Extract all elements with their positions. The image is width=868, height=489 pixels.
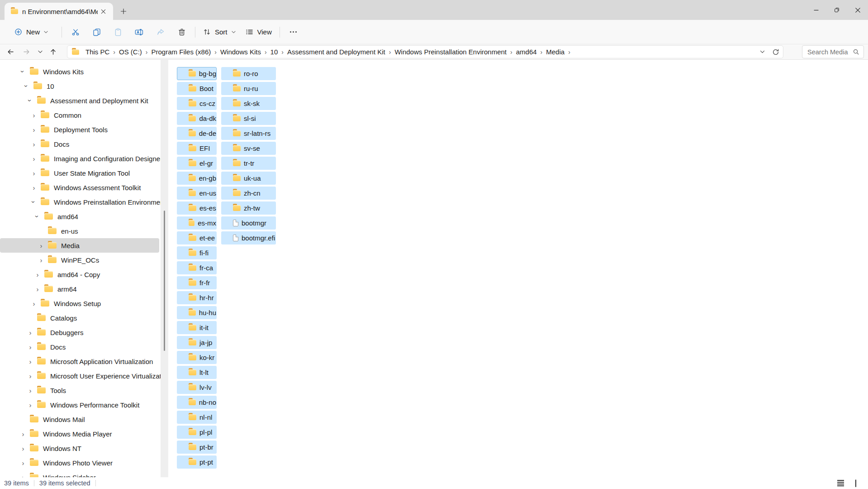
file-item-fr-ca[interactable]: fr-ca <box>177 261 217 274</box>
chevron-right-icon[interactable]: › <box>27 386 33 394</box>
chevron-right-icon[interactable]: › <box>27 357 33 365</box>
sidebar-item-imaging-and-configuration-designer[interactable]: ›Imaging and Configuration Designer <box>0 151 159 166</box>
file-item-bootmgr[interactable]: bootmgr <box>221 216 276 230</box>
file-item-fi-fi[interactable]: fi-fi <box>177 246 217 259</box>
address-bar[interactable]: This PC›OS (C:)›Program Files (x86)›Wind… <box>67 45 783 58</box>
sidebar-item-tools[interactable]: ›Tools <box>0 383 159 398</box>
file-item-pl-pl[interactable]: pl-pl <box>177 426 217 439</box>
paste-button[interactable] <box>107 24 128 41</box>
up-button[interactable] <box>46 45 60 58</box>
file-item-sv-se[interactable]: sv-se <box>221 142 276 155</box>
sidebar-item-catalogs[interactable]: Catalogs <box>0 311 159 325</box>
details-view-button[interactable] <box>835 478 845 488</box>
sidebar-item-microsoft-user-experience-virtualization[interactable]: ›Microsoft User Experience Virtualizatio… <box>0 369 159 383</box>
file-item-da-dk[interactable]: da-dk <box>177 112 217 125</box>
sidebar-item-user-state-migration-tool[interactable]: ›User State Migration Tool <box>0 166 159 180</box>
file-item-en-gb[interactable]: en-gb <box>177 172 217 185</box>
chevron-right-icon[interactable]: › <box>31 299 37 307</box>
explorer-tab[interactable]: n Environment\amd64\Media <box>5 3 113 20</box>
chevron-right-icon[interactable]: › <box>27 343 33 351</box>
sidebar-item-docs[interactable]: ›Docs <box>0 137 159 151</box>
file-item-sl-si[interactable]: sl-si <box>221 112 276 125</box>
sidebar-item-debuggers[interactable]: ›Debuggers <box>0 325 159 340</box>
sidebar-item-amd64-copy[interactable]: ›amd64 - Copy <box>0 267 159 282</box>
search-input[interactable] <box>807 48 853 56</box>
chevron-right-icon[interactable]: › <box>38 241 44 249</box>
search-box[interactable] <box>802 45 864 58</box>
close-button[interactable] <box>847 0 868 20</box>
breadcrumb-item-assessment-and-deployment-kit[interactable]: Assessment and Deployment Kit <box>284 47 389 57</box>
restore-button[interactable] <box>826 0 847 20</box>
file-item-es-es[interactable]: es-es <box>177 201 217 215</box>
breadcrumb-item-amd64[interactable]: amd64 <box>513 47 540 57</box>
sort-button[interactable]: Sort <box>198 24 241 41</box>
chevron-right-icon[interactable]: › <box>20 430 26 438</box>
share-button[interactable] <box>150 24 171 41</box>
sidebar-item-windows-photo-viewer[interactable]: ›Windows Photo Viewer <box>0 455 159 470</box>
file-item-ru-ru[interactable]: ru-ru <box>221 82 276 95</box>
chevron-down-icon[interactable]: › <box>19 68 27 75</box>
chevron-right-icon[interactable]: › <box>34 285 41 293</box>
file-item-bootmgr-efi[interactable]: bootmgr.efi <box>221 231 276 244</box>
sidebar-item-windows-kits[interactable]: ›Windows Kits <box>0 64 159 79</box>
chevron-right-icon[interactable]: › <box>31 140 37 148</box>
file-item-efi[interactable]: EFI <box>177 142 217 155</box>
sidebar-item-common[interactable]: ›Common <box>0 108 159 122</box>
sidebar-item-assessment-and-deployment-kit[interactable]: ›Assessment and Deployment Kit <box>0 93 159 108</box>
breadcrumb-item-10[interactable]: 10 <box>267 47 281 57</box>
forward-button[interactable] <box>19 45 33 58</box>
chevron-right-icon[interactable]: › <box>27 372 33 380</box>
view-button[interactable]: View <box>241 24 277 41</box>
tab-close-icon[interactable] <box>98 6 109 17</box>
file-item-ja-jp[interactable]: ja-jp <box>177 336 217 349</box>
file-item-es-mx[interactable]: es-mx <box>177 216 217 230</box>
file-item-it-it[interactable]: it-it <box>177 321 217 334</box>
file-item-lv-lv[interactable]: lv-lv <box>177 381 217 394</box>
file-item-zh-cn[interactable]: zh-cn <box>221 187 276 200</box>
file-item-fr-fr[interactable]: fr-fr <box>177 276 217 289</box>
breadcrumb-item-windows-preinstallation-environment[interactable]: Windows Preinstallation Environment <box>391 47 510 57</box>
chevron-right-icon[interactable]: › <box>34 270 41 278</box>
rename-button[interactable] <box>128 24 150 41</box>
file-item-de-de[interactable]: de-de <box>177 127 217 140</box>
chevron-right-icon[interactable]: › <box>31 111 37 119</box>
sidebar-item-windows-mail[interactable]: Windows Mail <box>0 412 159 427</box>
minimize-button[interactable] <box>806 0 826 20</box>
file-item-pt-br[interactable]: pt-br <box>177 441 217 454</box>
chevron-right-icon[interactable]: › <box>38 256 44 264</box>
chevron-right-icon[interactable]: › <box>20 473 26 477</box>
chevron-right-icon[interactable]: › <box>31 125 37 134</box>
sidebar-item-media[interactable]: ›Media <box>0 238 159 253</box>
cut-button[interactable] <box>65 24 86 41</box>
file-item-hr-hr[interactable]: hr-hr <box>177 291 217 304</box>
breadcrumb-item-os-c[interactable]: OS (C:) <box>116 47 145 57</box>
address-chevron-down-icon[interactable] <box>760 50 765 53</box>
file-item-zh-tw[interactable]: zh-tw <box>221 201 276 215</box>
file-item-ko-kr[interactable]: ko-kr <box>177 351 217 364</box>
sidebar-item-arm64[interactable]: ›arm64 <box>0 282 159 296</box>
file-item-lt-lt[interactable]: lt-lt <box>177 366 217 379</box>
sidebar-item-10[interactable]: ›10 <box>0 79 159 93</box>
chevron-right-icon[interactable]: › <box>27 401 33 409</box>
chevron-down-icon[interactable]: › <box>33 213 42 220</box>
large-icons-view-button[interactable] <box>851 478 861 488</box>
sidebar-item-docs[interactable]: ›Docs <box>0 340 159 354</box>
chevron-down-icon[interactable]: › <box>30 199 38 205</box>
recent-locations-button[interactable] <box>33 45 47 58</box>
chevron-right-icon[interactable]: › <box>20 444 26 452</box>
chevron-right-icon[interactable]: › <box>31 154 37 163</box>
file-item-uk-ua[interactable]: uk-ua <box>221 172 276 185</box>
back-button[interactable] <box>4 45 17 58</box>
chevron-down-icon[interactable]: › <box>26 97 34 104</box>
chevron-right-icon[interactable]: › <box>20 459 26 467</box>
sidebar-item-windows-sidebar[interactable]: ›Windows Sidebar <box>0 470 159 477</box>
sidebar-item-deployment-tools[interactable]: ›Deployment Tools <box>0 122 159 137</box>
breadcrumb-item-windows-kits[interactable]: Windows Kits <box>217 47 264 57</box>
breadcrumb-item-this-pc[interactable]: This PC <box>82 47 113 57</box>
file-item-boot[interactable]: Boot <box>177 82 217 95</box>
sidebar-item-windows-setup[interactable]: ›Windows Setup <box>0 296 159 311</box>
refresh-icon[interactable] <box>772 48 779 56</box>
file-item-el-gr[interactable]: el-gr <box>177 157 217 170</box>
sidebar-item-windows-nt[interactable]: ›Windows NT <box>0 441 159 455</box>
breadcrumb-item-media[interactable]: Media <box>543 47 568 57</box>
